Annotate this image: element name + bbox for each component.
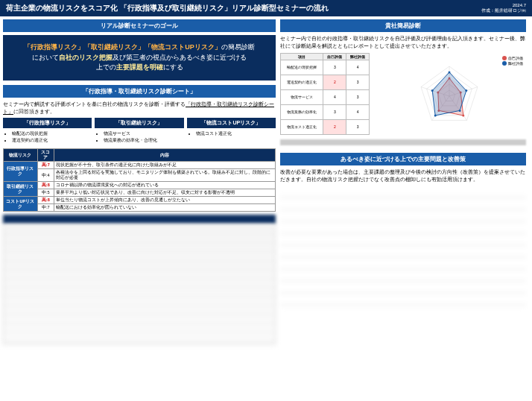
goal-text-2a: において (32, 54, 59, 61)
risk-item: 運送契約の適正化 (12, 137, 89, 143)
header-meta: 2024.7 作成：船井総研ロジ㈱ (481, 3, 526, 13)
mini-cell: 3 (346, 89, 370, 104)
radar-chart: 自己評価 弊社評価 (373, 53, 526, 135)
risk-head-1: 「行政指導リスク」 (3, 118, 92, 128)
body-columns: リアル診断セミナーのゴール 「行政指導リスク」「取引継続リスク」「物流コストUP… (0, 16, 532, 347)
risk-item: 物流業務の効率化・合理化 (104, 137, 180, 143)
risk-head-3: 「物流コストUPリスク」 (187, 118, 276, 128)
score-cat-cell: コストUPリスク (4, 197, 38, 212)
mini-cell: 運送契約の適正化 (281, 75, 323, 89)
header-bar: 荷主企業の物流リスクをスコア化 「行政指導及び取引継続リスク」リアル診断型セミナ… (0, 0, 532, 16)
goal-box: 「行政指導リスク」「取引継続リスク」「物流コストUPリスク」の簡易診断 において… (3, 35, 276, 80)
goal-highlight-1: 「行政指導リスク」「取引継続リスク」「物流コストUPリスク」 (24, 43, 221, 51)
mini-cell: 物流業務の効率化 (281, 104, 323, 119)
page-title: 荷主企業の物流リスクをスコア化 「行政指導及び取引継続リスク」リアル診断型セミナ… (6, 3, 329, 13)
sheet-bar: 「行政指導・取引継続リスク診断シート」 (3, 85, 276, 98)
risk-box-1: 「行政指導リスク」 輸配送の現状把握 運送契約の適正化 (3, 118, 92, 145)
score-score-cell: 中:7 (37, 204, 54, 212)
score-content-cell: コロナ禍以降の物流環境変化への対応が遅れている (54, 182, 275, 189)
score-score-cell: 高:8 (37, 197, 54, 204)
score-content-cell: 輸配送における効率化が図られていない (54, 204, 275, 212)
legend-item-2: 弊社評価 (502, 61, 523, 66)
risk-box-2: 「取引継続リスク」 物流サービス 物流業務の効率化・合理化 (95, 118, 183, 145)
mini-cell: 3 (323, 104, 346, 119)
score-score-cell: 中:4 (37, 169, 54, 182)
improve-bar: あるべき姿に近づける上での主要問題と改善策 (280, 153, 526, 165)
goal-text-3a: 上での (96, 63, 116, 71)
legend-dot-icon (502, 56, 507, 60)
score-score-cell: 高:8 (37, 182, 54, 189)
score-score-cell: 中:5 (37, 189, 54, 197)
svg-point-17 (449, 71, 451, 73)
diag-bar: 貴社簡易診断 (280, 19, 526, 32)
score-th-content: 内容 (54, 149, 275, 162)
mini-cell: 2 (323, 75, 346, 89)
score-content-cell: 単位当たり物流コストが上昇傾向にあり、改善の見通しが立たない (54, 197, 275, 204)
score-score-cell: 高:7 (37, 162, 54, 169)
score-cat-cell: 行政指導リスク (4, 162, 38, 182)
diag-desc: セミナー内で自社の行政指導・取引継続リスクを自己評価及び評価理由を記入頂きます。… (280, 35, 526, 50)
mini-cell: 2 (323, 119, 346, 134)
risk-list-2: 物流サービス 物流業務の効率化・合理化 (95, 128, 183, 145)
svg-point-18 (465, 89, 467, 92)
sheet-desc: セミナー内で解説する評価ポイントを基に自社の物流リスクを診断・評価する「行政指導… (3, 101, 276, 116)
score-content-cell: 業界平均より低い対応状況であり、改善に向けた対応が不足、収支に対する影響が不透明 (54, 189, 275, 197)
risk-box-3: 「物流コストUPリスク」 物流コスト適正化 (187, 118, 276, 145)
mini-cell: 4 (346, 104, 370, 119)
risk-boxes-row: 「行政指導リスク」 輸配送の現状把握 運送契約の適正化 「取引継続リスク」 物流… (3, 118, 276, 145)
blurred-axis-label (280, 139, 526, 145)
mini-cell: 3 (346, 75, 370, 89)
chart-legend: 自己評価 弊社評価 (502, 56, 523, 66)
right-column: 貴社簡易診断 セミナー内で自社の行政指導・取引継続リスクを自己評価及び評価理由を… (280, 19, 526, 344)
legend-dot-icon (502, 61, 507, 66)
risk-item: 物流コスト適正化 (196, 130, 273, 136)
goal-highlight-2: 自社のリスク把握 (59, 54, 113, 61)
risk-item: 物流サービス (104, 130, 180, 136)
score-th-cat: 物流リスク (4, 149, 38, 162)
header-author: 作成：船井総研ロジ㈱ (481, 8, 526, 13)
score-th-score: スコア (37, 149, 54, 162)
mini-cell: 3 (323, 60, 346, 75)
chart-area: 項目 自己評価 弊社評価 輸配送の現状把握34運送契約の適正化23物流サービス4… (280, 53, 526, 135)
score-cat-cell: 取引継続リスク (4, 182, 38, 197)
score-content-cell: 各種法令を上回る対応を実施しており、モニタリング体制も構築されている。取組み不足… (54, 169, 275, 182)
legend-label-2: 弊社評価 (508, 61, 523, 66)
page: 荷主企業の物流リスクをスコア化 「行政指導及び取引継続リスク」リアル診断型セミナ… (0, 0, 532, 401)
blurred-improvement-table (280, 186, 526, 313)
mini-th: 自己評価 (323, 53, 346, 60)
mini-th: 項目 (281, 53, 323, 60)
risk-list-3: 物流コスト適正化 (187, 128, 276, 139)
sheet-desc-a: セミナー内で解説する評価ポイントを基に自社の物流リスクを診断・評価する (3, 101, 186, 107)
goal-text-1b: の簡易診断 (221, 43, 255, 51)
svg-point-19 (459, 110, 461, 112)
mini-cell: 4 (323, 89, 346, 104)
risk-list-1: 輸配送の現状把握 運送契約の適正化 (3, 128, 92, 145)
mini-cell: 輸配送の現状把握 (281, 60, 323, 75)
goal-highlight-3: 主要課題を明確 (116, 63, 163, 71)
goal-text-2c: 及び第三者の視点からあるべき姿に近づける (113, 54, 247, 61)
sheet-desc-c: に回答頂きます。 (13, 109, 55, 114)
mini-cell: 物流サービス (281, 89, 323, 104)
goal-bar: リアル診断セミナーのゴール (3, 19, 276, 32)
score-table: 物流リスク スコア 内容 行政指導リスク高:7現状把握が不十分、取引条件の適正化… (3, 148, 276, 212)
risk-head-2: 「取引継続リスク」 (95, 118, 183, 128)
legend-label-1: 自己評価 (508, 56, 523, 60)
mini-eval-table: 項目 自己評価 弊社評価 輸配送の現状把握34運送契約の適正化23物流サービス4… (280, 53, 370, 135)
blurred-detail-table (3, 215, 276, 344)
improve-desc: 改善が必要な要素があった場合は、主要課題の整理及び今後の検討の方向性（改善策）を… (280, 168, 526, 183)
left-column: リアル診断セミナーのゴール 「行政指導リスク」「取引継続リスク」「物流コストUP… (3, 19, 276, 344)
header-date: 2024.7 (481, 3, 526, 8)
mini-cell: 物流コスト適正化 (281, 119, 323, 134)
svg-point-21 (431, 89, 434, 92)
mini-cell: 4 (346, 60, 370, 75)
mini-cell: 3 (346, 119, 370, 134)
svg-point-13 (462, 114, 464, 116)
risk-item: 輸配送の現状把握 (12, 130, 89, 136)
legend-item-1: 自己評価 (502, 56, 523, 60)
score-content-cell: 現状把握が不十分、取引条件の適正化に向けた取組みが不足 (54, 162, 275, 169)
svg-point-20 (434, 114, 437, 116)
mini-th: 弊社評価 (346, 53, 370, 60)
goal-text-3c: にする (163, 63, 183, 71)
